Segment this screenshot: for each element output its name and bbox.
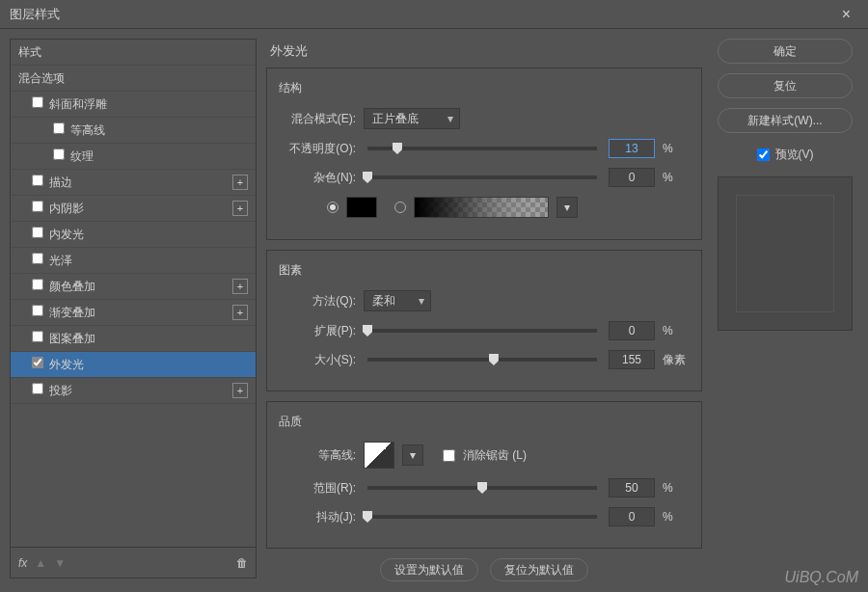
add-icon[interactable]: + [232, 175, 248, 190]
add-icon[interactable]: + [232, 305, 248, 320]
noise-label: 杂色(N): [279, 170, 356, 186]
gradient-dropdown-icon[interactable]: ▾ [556, 197, 578, 218]
watermark: UiBQ.CoM [785, 569, 858, 586]
range-slider[interactable] [367, 486, 597, 490]
preview-label: 预览(V) [775, 147, 814, 163]
set-default-button[interactable]: 设置为默认值 [380, 558, 478, 581]
color-type-radio[interactable] [327, 197, 377, 218]
close-icon[interactable]: × [834, 2, 858, 27]
sidebar-texture[interactable]: 纹理 [11, 144, 256, 170]
inner-shadow-checkbox[interactable] [32, 201, 43, 212]
opacity-unit: % [663, 142, 690, 155]
spread-label: 扩展(P): [279, 323, 356, 339]
antialias-checkbox[interactable] [443, 449, 455, 462]
fx-icon[interactable]: fx [18, 556, 27, 570]
titlebar: 图层样式 × [0, 0, 868, 29]
quality-title: 品质 [279, 414, 690, 430]
add-icon[interactable]: + [232, 383, 248, 398]
drop-shadow-checkbox[interactable] [32, 383, 43, 394]
color-overlay-checkbox[interactable] [32, 279, 43, 290]
sidebar-color-overlay[interactable]: 颜色叠加+ [11, 274, 256, 300]
sidebar-styles-header[interactable]: 样式 [11, 40, 256, 66]
quality-group: 品质 等高线: ▾ 消除锯齿 (L) 范围(R): 50 % 抖动(J): [266, 401, 702, 549]
texture-checkbox[interactable] [53, 148, 65, 160]
noise-unit: % [663, 171, 690, 184]
sidebar-satin[interactable]: 光泽 [11, 248, 256, 274]
noise-value[interactable]: 0 [609, 168, 655, 187]
size-unit: 像素 [663, 352, 690, 368]
range-unit: % [663, 481, 690, 495]
preview-checkbox[interactable] [757, 148, 770, 161]
sidebar-inner-shadow[interactable]: 内阴影+ [11, 196, 256, 222]
blend-mode-label: 混合模式(E): [279, 111, 356, 127]
trash-icon[interactable]: 🗑 [236, 556, 248, 570]
jitter-unit: % [663, 510, 690, 524]
jitter-slider[interactable] [367, 515, 597, 519]
panel-title: 外发光 [266, 39, 702, 67]
sidebar-stroke[interactable]: 描边+ [11, 170, 256, 196]
right-column: 确定 复位 新建样式(W)... 预览(V) [712, 39, 858, 579]
opacity-slider[interactable] [367, 147, 597, 150]
spread-value[interactable]: 0 [609, 321, 655, 340]
jitter-value[interactable]: 0 [609, 507, 655, 526]
satin-checkbox[interactable] [32, 253, 43, 264]
outer-glow-checkbox[interactable] [32, 357, 43, 368]
gradient-preview[interactable] [414, 197, 549, 218]
elements-title: 图素 [279, 262, 690, 279]
spread-slider[interactable] [367, 329, 597, 333]
bevel-checkbox[interactable] [32, 96, 43, 108]
blend-mode-select[interactable]: 正片叠底 [364, 108, 460, 129]
sidebar-footer: fx ▲ ▼ 🗑 [11, 547, 256, 578]
arrow-up-icon[interactable]: ▲ [35, 556, 46, 570]
structure-title: 结构 [279, 80, 690, 96]
spread-unit: % [663, 324, 690, 337]
elements-group: 图素 方法(Q): 柔和 扩展(P): 0 % 大小(S): 155 像素 [266, 250, 702, 391]
add-icon[interactable]: + [232, 201, 248, 216]
size-slider[interactable] [367, 358, 597, 362]
main-area: 外发光 结构 混合模式(E): 正片叠底 不透明度(O): 13 % 杂色(N)… [266, 39, 858, 579]
ok-button[interactable]: 确定 [718, 39, 853, 64]
antialias-label: 消除锯齿 (L) [463, 447, 527, 464]
reset-default-button[interactable]: 复位为默认值 [490, 558, 588, 581]
sidebar-inner-glow[interactable]: 内发光 [11, 222, 256, 248]
noise-slider[interactable] [367, 175, 597, 179]
reset-button[interactable]: 复位 [718, 73, 853, 98]
settings-panel: 外发光 结构 混合模式(E): 正片叠底 不透明度(O): 13 % 杂色(N)… [266, 39, 702, 579]
sidebar-pattern-overlay[interactable]: 图案叠加 [11, 326, 256, 352]
size-value[interactable]: 155 [609, 350, 655, 369]
range-value[interactable]: 50 [609, 478, 655, 498]
new-style-button[interactable]: 新建样式(W)... [718, 108, 853, 133]
range-label: 范围(R): [279, 480, 356, 497]
size-label: 大小(S): [279, 352, 356, 368]
sidebar-blend-options[interactable]: 混合选项 [11, 66, 256, 92]
sidebar-contour[interactable]: 等高线 [11, 118, 256, 144]
gradient-type-radio[interactable]: ▾ [394, 197, 578, 218]
arrow-down-icon[interactable]: ▼ [54, 556, 66, 570]
technique-select[interactable]: 柔和 [364, 290, 431, 311]
structure-group: 结构 混合模式(E): 正片叠底 不透明度(O): 13 % 杂色(N): 0 … [266, 67, 702, 240]
gradient-overlay-checkbox[interactable] [32, 305, 43, 316]
inner-glow-checkbox[interactable] [32, 227, 43, 238]
contour-preview[interactable] [364, 442, 394, 469]
sidebar-bevel[interactable]: 斜面和浮雕 [11, 92, 256, 118]
jitter-label: 抖动(J): [279, 509, 356, 525]
opacity-label: 不透明度(O): [279, 141, 356, 157]
contour-dropdown-icon[interactable]: ▾ [402, 444, 423, 466]
opacity-value[interactable]: 13 [609, 139, 655, 158]
sidebar-drop-shadow[interactable]: 投影+ [11, 378, 256, 404]
pattern-overlay-checkbox[interactable] [32, 331, 43, 342]
color-swatch[interactable] [346, 197, 377, 218]
add-icon[interactable]: + [232, 279, 248, 294]
dialog-body: 样式 混合选项 斜面和浮雕 等高线 纹理 描边+ 内阴影+ 内发光 光泽 颜色叠… [0, 29, 868, 588]
window-title: 图层样式 [10, 6, 60, 23]
sidebar-gradient-overlay[interactable]: 渐变叠加+ [11, 300, 256, 326]
contour-checkbox[interactable] [53, 122, 65, 134]
styles-sidebar: 样式 混合选项 斜面和浮雕 等高线 纹理 描边+ 内阴影+ 内发光 光泽 颜色叠… [10, 39, 257, 579]
contour-label: 等高线: [279, 447, 356, 464]
gradient-radio[interactable] [394, 202, 406, 213]
solid-color-radio[interactable] [327, 202, 339, 213]
stroke-checkbox[interactable] [32, 175, 43, 186]
sidebar-outer-glow[interactable]: 外发光 [11, 352, 256, 378]
preview-thumbnail [718, 176, 853, 331]
technique-label: 方法(Q): [279, 293, 356, 309]
